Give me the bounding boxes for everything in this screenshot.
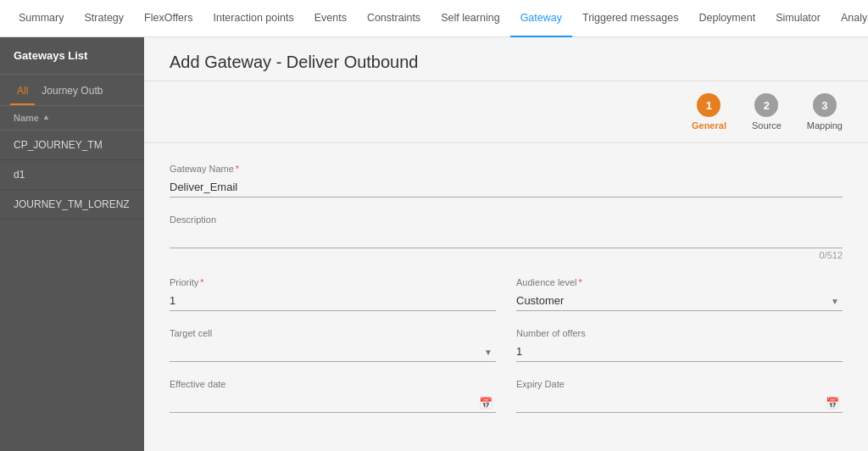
step-general[interactable]: 1 General [692, 93, 726, 131]
top-navigation: SummaryStrategyFlexOffersInteraction poi… [0, 0, 868, 37]
sidebar-item-1[interactable]: CP_JOURNEY_TM [0, 131, 144, 160]
gateway-name-input[interactable] [170, 177, 843, 198]
target-cell-select[interactable] [170, 342, 496, 362]
sidebar-title: Gateways List [0, 37, 144, 75]
expiry-date-input[interactable] [516, 393, 843, 413]
sidebar-name-col-label: Name [14, 113, 39, 123]
expiry-date-col: Expiry Date 📅 [516, 379, 843, 413]
gateway-name-label: Gateway Name* [170, 164, 843, 174]
expiry-date-label: Expiry Date [516, 379, 843, 389]
description-row: Description 0/512 [170, 214, 843, 260]
dates-row: Effective date 📅 Expiry Date 📅 [170, 379, 843, 413]
audience-select-wrapper: Customer Household Account ▼ [516, 291, 843, 311]
page-title: Add Gateway - Deliver Outbound [170, 53, 843, 72]
priority-label: Priority* [170, 277, 496, 287]
priority-input[interactable] [170, 291, 496, 311]
target-cell-select-wrapper: ▼ [170, 342, 496, 362]
step-source[interactable]: 2 Source [752, 93, 782, 131]
nav-item-constraints[interactable]: Constraints [357, 0, 431, 37]
expiry-date-wrapper: 📅 [516, 393, 843, 413]
gateway-name-row: Gateway Name* [170, 164, 843, 198]
nav-item-strategy[interactable]: Strategy [74, 0, 134, 37]
priority-audience-row: Priority* Audience level* Customer House… [170, 277, 843, 311]
nav-item-triggered-messages[interactable]: Triggered messages [572, 0, 688, 37]
target-cell-col: Target cell ▼ [170, 328, 496, 362]
steps-bar: 1 General 2 Source 3 Mapping [144, 81, 868, 143]
step-1-label: General [692, 120, 726, 131]
nav-item-self-learning[interactable]: Self learning [431, 0, 510, 37]
audience-level-label: Audience level* [516, 277, 843, 287]
sidebar-list-header: Name ▲ [0, 106, 144, 131]
audience-col: Audience level* Customer Household Accou… [516, 277, 843, 311]
effective-date-col: Effective date 📅 [170, 379, 496, 413]
step-3-circle: 3 [813, 93, 837, 117]
nav-item-flexoffers[interactable]: FlexOffers [134, 0, 203, 37]
nav-item-interaction-points[interactable]: Interaction points [203, 0, 303, 37]
step-2-label: Source [752, 120, 782, 131]
sidebar: Gateways List All Journey Outb Name ▲ CP… [0, 37, 144, 451]
main-layout: Gateways List All Journey Outb Name ▲ CP… [0, 37, 868, 451]
page-header: Add Gateway - Deliver Outbound [144, 37, 868, 81]
nav-item-gateway[interactable]: Gateway [510, 0, 572, 37]
step-3-label: Mapping [807, 120, 843, 131]
sidebar-tab-all[interactable]: All [10, 81, 35, 105]
audience-level-select[interactable]: Customer Household Account [516, 291, 843, 311]
nav-item-events[interactable]: Events [304, 0, 357, 37]
target-offers-row: Target cell ▼ Number of offers [170, 328, 843, 362]
nav-item-deployment[interactable]: Deployment [688, 0, 765, 37]
sidebar-item-2[interactable]: d1 [0, 160, 144, 190]
effective-date-wrapper: 📅 [170, 393, 496, 413]
form-area: Gateway Name* Description 0/512 Priority… [144, 143, 868, 450]
num-offers-input[interactable] [516, 342, 843, 362]
step-mapping[interactable]: 3 Mapping [807, 93, 843, 131]
nav-item-analysis[interactable]: Analysis [831, 0, 868, 37]
nav-item-summary[interactable]: Summary [8, 0, 74, 37]
num-offers-label: Number of offers [516, 328, 843, 338]
sort-icon: ▲ [42, 113, 50, 123]
char-count: 0/512 [170, 250, 843, 260]
step-1-circle: 1 [697, 93, 721, 117]
description-input[interactable] [170, 228, 843, 248]
sidebar-item-3[interactable]: JOURNEY_TM_LORENZ [0, 190, 144, 220]
priority-col: Priority* [170, 277, 496, 311]
target-cell-label: Target cell [170, 328, 496, 338]
sidebar-tab-journey[interactable]: Journey Outb [35, 81, 109, 105]
effective-date-label: Effective date [170, 379, 496, 389]
num-offers-col: Number of offers [516, 328, 843, 362]
sidebar-tabs: All Journey Outb [0, 75, 144, 106]
nav-item-simulator[interactable]: Simulator [765, 0, 831, 37]
content-area: Add Gateway - Deliver Outbound 1 General… [144, 37, 868, 451]
effective-date-input[interactable] [170, 393, 496, 413]
step-2-circle: 2 [754, 93, 778, 117]
description-label: Description [170, 214, 843, 225]
